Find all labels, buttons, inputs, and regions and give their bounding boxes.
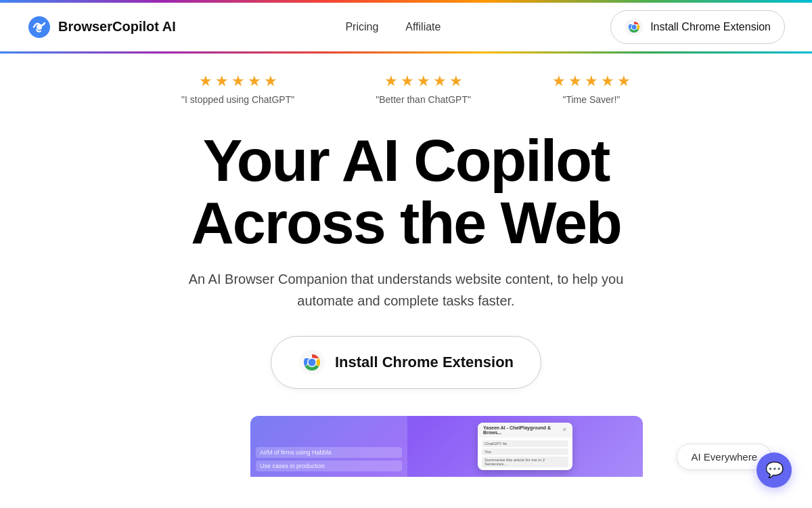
stars-1: ★ ★ ★ ★ ★ — [199, 72, 277, 90]
nav-link-affiliate[interactable]: Affiliate — [405, 21, 441, 33]
chrome-icon-nav — [625, 18, 644, 37]
demo-chat-body: ChatGPT-4o You Summarise this article fo… — [478, 438, 572, 470]
demo-chat-header: Yaseen AI - ChatPlayground & Brows... ✕ — [478, 423, 572, 438]
star: ★ — [401, 72, 414, 90]
star: ★ — [601, 72, 614, 90]
star: ★ — [215, 72, 229, 90]
star: ★ — [552, 72, 566, 90]
chat-bubble-icon: 💬 — [765, 461, 784, 479]
demo-right-panel: Yaseen AI - ChatPlayground & Brows... ✕ … — [407, 416, 643, 477]
demo-overlay: AI/M of firms using Habbla Use cases in … — [250, 416, 643, 477]
hero-install-button[interactable]: Install Chrome Extension — [271, 336, 541, 389]
demo-chat-user: You — [482, 448, 568, 455]
star: ★ — [449, 72, 463, 90]
star: ★ — [248, 72, 261, 90]
review-text-2: "Better than ChatGPT" — [376, 94, 471, 105]
svg-point-1 — [37, 24, 42, 30]
hero-subtitle: An AI Browser Companion that understands… — [176, 268, 636, 312]
brand-logo-area: BrowserCopilot AI — [27, 15, 176, 39]
reviews-section: ★ ★ ★ ★ ★ "I stopped using ChatGPT" ★ ★ … — [0, 54, 812, 116]
hero-title-line1: Your AI Copilot — [203, 127, 610, 194]
nav-install-label: Install Chrome Extension — [650, 21, 771, 33]
demo-chat-close-icon: ✕ — [562, 427, 567, 433]
demo-left-panel: AI/M of firms using Habbla Use cases in … — [250, 416, 407, 477]
demo-label-2: Use cases in production — [256, 461, 402, 471]
hero-title: Your AI Copilot Across the Web — [27, 129, 785, 255]
review-text-1: "I stopped using ChatGPT" — [181, 94, 294, 105]
nav-link-pricing[interactable]: Pricing — [345, 21, 378, 33]
svg-point-4 — [632, 24, 637, 29]
navbar: BrowserCopilot AI Pricing Affiliate Inst… — [0, 3, 812, 51]
demo-label-1: AI/M of firms using Habbla — [256, 447, 402, 458]
star: ★ — [199, 72, 212, 90]
demo-chat-title: Yaseen AI - ChatPlayground & Brows... — [483, 425, 562, 435]
star: ★ — [231, 72, 245, 90]
hero-install-label: Install Chrome Extension — [335, 354, 514, 371]
hero-cta-area: Install Chrome Extension — [27, 336, 785, 389]
nav-links: Pricing Affiliate — [345, 21, 441, 33]
review-text-3: "Time Saver!" — [562, 94, 620, 105]
navbar-cta: Install Chrome Extension — [610, 10, 785, 44]
demo-chat-model: ChatGPT-4o — [482, 440, 568, 447]
star: ★ — [568, 72, 582, 90]
chrome-icon-hero — [298, 349, 325, 376]
review-item-1: ★ ★ ★ ★ ★ "I stopped using ChatGPT" — [181, 72, 294, 105]
demo-chat-reply: Summarise this article for me in 2 Sente… — [482, 457, 568, 467]
star: ★ — [433, 72, 447, 90]
star: ★ — [264, 72, 277, 90]
hero-section: Your AI Copilot Across the Web An AI Bro… — [0, 116, 812, 409]
chat-support-button[interactable]: 💬 — [757, 452, 792, 488]
brand-name: BrowserCopilot AI — [58, 19, 176, 35]
star: ★ — [384, 72, 398, 90]
stars-3: ★ ★ ★ ★ ★ — [552, 72, 631, 90]
brand-logo-icon — [27, 15, 51, 39]
star: ★ — [585, 72, 598, 90]
star: ★ — [617, 72, 631, 90]
ai-everywhere-label: AI Everywhere — [691, 451, 757, 463]
demo-browser-mockup: AI/M of firms using Habbla Use cases in … — [250, 416, 643, 477]
review-item-3: ★ ★ ★ ★ ★ "Time Saver!" — [552, 72, 631, 105]
star: ★ — [417, 72, 430, 90]
demo-section: AI/M of firms using Habbla Use cases in … — [0, 409, 812, 477]
hero-title-line2: Across the Web — [191, 189, 621, 256]
review-item-2: ★ ★ ★ ★ ★ "Better than ChatGPT" — [376, 72, 471, 105]
stars-2: ★ ★ ★ ★ ★ — [384, 72, 463, 90]
svg-point-7 — [308, 358, 315, 366]
nav-install-button[interactable]: Install Chrome Extension — [610, 10, 785, 44]
demo-chat-window: Yaseen AI - ChatPlayground & Brows... ✕ … — [478, 423, 572, 470]
